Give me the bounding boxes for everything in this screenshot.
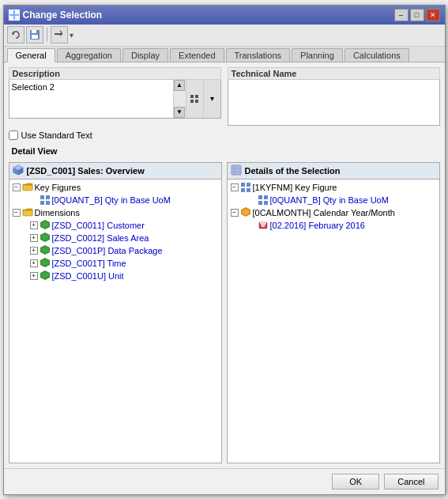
- cancel-button[interactable]: Cancel: [384, 474, 438, 490]
- expand-keyfigures[interactable]: −: [13, 183, 21, 191]
- technical-name-input[interactable]: [228, 80, 439, 125]
- undo-button[interactable]: [7, 26, 24, 43]
- svg-rect-6: [32, 30, 36, 33]
- right-panel-content: − [1KYFNM] Key Figure: [228, 180, 439, 463]
- scroll-down[interactable]: ▼: [174, 107, 185, 118]
- svg-rect-42: [264, 195, 268, 199]
- salesarea-label: [ZSD_C0012] Sales Area: [52, 233, 149, 243]
- expand-salesarea[interactable]: +: [30, 234, 38, 242]
- svg-rect-33: [232, 165, 241, 175]
- expand-datapackage[interactable]: +: [30, 247, 38, 255]
- tree-icon-0calmonth: [240, 207, 251, 218]
- window-title: Change Selection: [23, 9, 103, 21]
- svg-rect-21: [46, 201, 50, 205]
- description-textarea[interactable]: Selection 2: [9, 80, 173, 118]
- tree-item-keyfigures[interactable]: − Key Figures: [11, 181, 220, 194]
- description-label: Description: [9, 67, 221, 80]
- tools-button[interactable]: [51, 26, 68, 43]
- technical-name-group: Technical Name: [228, 67, 440, 126]
- tab-translations[interactable]: Translations: [226, 48, 291, 62]
- svg-rect-22: [23, 210, 32, 216]
- tree-item-02-2016[interactable]: [02.2016] February 2016: [229, 219, 438, 232]
- tree-item-customer[interactable]: + [ZSD_C0011] Customer: [11, 219, 220, 232]
- tab-planning[interactable]: Planning: [292, 48, 343, 62]
- tab-extended[interactable]: Extended: [170, 48, 224, 62]
- svg-rect-44: [264, 201, 268, 205]
- svg-rect-18: [40, 195, 44, 199]
- svg-rect-19: [46, 195, 50, 199]
- expand-1kyfnm[interactable]: −: [231, 183, 239, 191]
- svg-rect-7: [32, 35, 38, 39]
- svg-rect-41: [258, 195, 262, 199]
- tree-icon-customer: [40, 220, 51, 231]
- use-standard-text-checkbox[interactable]: [9, 130, 18, 140]
- tree-item-time[interactable]: + [ZSD_C001T] Time: [11, 257, 220, 270]
- titlebar-left: Change Selection: [9, 9, 103, 21]
- svg-rect-37: [241, 183, 245, 187]
- tab-calculations[interactable]: Calculations: [344, 48, 409, 62]
- tree-item-0quant-b-2[interactable]: [0QUANT_B] Qty in Base UoM: [229, 194, 438, 206]
- 02-2016-label: [02.2016] February 2016: [270, 221, 365, 230]
- grid-icon-0quant-2: [258, 195, 269, 206]
- tab-display[interactable]: Display: [122, 48, 168, 62]
- description-pick-btn[interactable]: [186, 80, 203, 118]
- use-standard-text-row: Use Standard Text: [9, 130, 440, 140]
- svg-rect-43: [258, 201, 262, 205]
- time-label: [ZSD_C001T] Time: [52, 259, 126, 268]
- description-expand-btn[interactable]: ▾: [203, 80, 220, 118]
- expand-0calmonth[interactable]: −: [231, 209, 239, 217]
- right-panel-icon: [231, 164, 242, 177]
- folder-icon-keyfigures: [22, 182, 33, 193]
- expand-time[interactable]: +: [30, 259, 38, 267]
- main-panels: [ZSD_C001] Sales: Overview − Key Figures: [9, 162, 440, 463]
- technical-name-label: Technical Name: [228, 67, 440, 80]
- tab-general[interactable]: General: [7, 48, 55, 62]
- description-group: Description Selection 2 ▲ ▼: [9, 67, 221, 126]
- main-window: Change Selection – □ ✕: [3, 5, 446, 495]
- fields-row: Description Selection 2 ▲ ▼: [9, 67, 440, 126]
- tree-item-unit[interactable]: + [ZSD_C001U] Unit: [11, 270, 220, 282]
- right-panel: Details of the Selection −: [227, 162, 440, 463]
- svg-rect-12: [195, 100, 198, 103]
- svg-rect-10: [195, 95, 198, 98]
- left-panel-header: [ZSD_C001] Sales: Overview: [9, 163, 221, 180]
- grid-icon-1kyfnm: [240, 182, 251, 193]
- left-panel-cube-icon: [13, 164, 24, 177]
- minimize-button[interactable]: –: [394, 9, 408, 21]
- svg-rect-0: [9, 10, 13, 14]
- svg-rect-17: [23, 185, 32, 191]
- tree-icon-datapackage: [40, 245, 51, 256]
- ok-button[interactable]: OK: [332, 474, 379, 490]
- tree-icon-salesarea: [40, 232, 51, 244]
- svg-rect-2: [9, 16, 13, 20]
- left-panel-title: [ZSD_C001] Sales: Overview: [27, 166, 145, 176]
- tree-item-0quant-b-1[interactable]: [0QUANT_B] Qty in Base UoM: [11, 194, 220, 206]
- scroll-up[interactable]: ▲: [174, 80, 185, 91]
- svg-rect-3: [15, 16, 19, 20]
- keyfigures-label: Key Figures: [35, 183, 81, 192]
- close-button[interactable]: ✕: [426, 9, 440, 21]
- tree-item-0calmonth[interactable]: − [0CALMONTH] Calendar Year/Month: [229, 206, 438, 219]
- svg-rect-40: [247, 188, 250, 192]
- tab-aggregation[interactable]: Aggregation: [57, 48, 121, 62]
- expand-customer[interactable]: +: [30, 221, 38, 229]
- save-button[interactable]: [26, 26, 43, 43]
- bottom-bar: OK Cancel: [4, 468, 445, 494]
- expand-dimensions[interactable]: −: [13, 209, 21, 217]
- tree-item-datapackage[interactable]: + [ZSD_C001P] Data Package: [11, 244, 220, 257]
- tree-item-1kyfnm[interactable]: − [1KYFNM] Key Figure: [229, 181, 438, 194]
- svg-rect-9: [190, 95, 194, 98]
- tree-item-salesarea[interactable]: + [ZSD_C0012] Sales Area: [11, 232, 220, 244]
- tree-icon-unit: [40, 270, 51, 282]
- svg-rect-39: [241, 188, 245, 192]
- right-panel-header: Details of the Selection: [228, 163, 439, 180]
- tree-item-dimensions[interactable]: − Dimensions: [11, 206, 220, 219]
- toolbar-divider: [47, 28, 47, 42]
- use-standard-text-label: Use Standard Text: [21, 130, 92, 140]
- tools-arrow: ▾: [70, 31, 73, 40]
- maximize-button[interactable]: □: [410, 9, 424, 21]
- folder-icon-dimensions: [22, 207, 33, 218]
- description-scrollbar: ▲ ▼: [173, 80, 186, 118]
- tree-icon-time: [40, 258, 51, 269]
- expand-unit[interactable]: +: [30, 272, 38, 280]
